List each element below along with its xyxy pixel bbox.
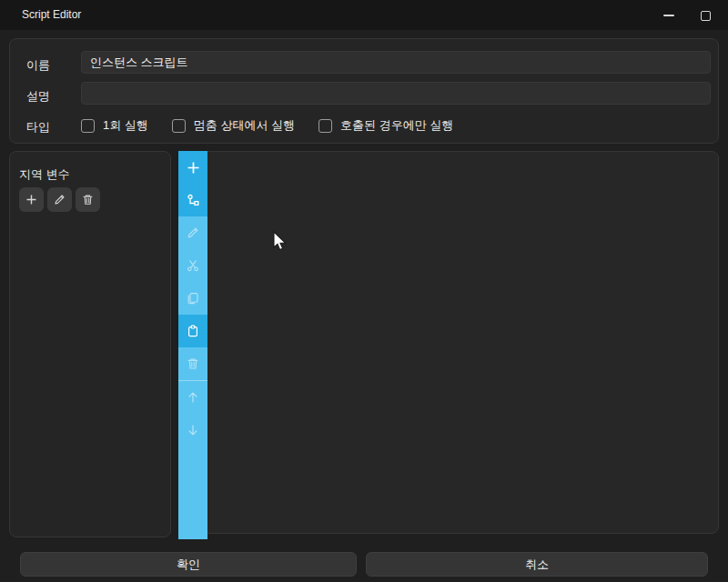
move-down-button[interactable] xyxy=(178,414,207,447)
checkbox-label: 1회 실행 xyxy=(103,117,148,134)
ok-button-label: 확인 xyxy=(177,557,200,573)
scissors-icon xyxy=(187,259,199,272)
pencil-icon xyxy=(187,226,199,239)
pencil-icon xyxy=(54,194,66,206)
edit-step-button[interactable] xyxy=(178,216,207,249)
type-label: 타입 xyxy=(26,119,50,135)
delete-step-button[interactable] xyxy=(178,347,207,380)
trash-icon xyxy=(82,194,94,206)
local-variables-title: 지역 변수 xyxy=(19,166,70,183)
minimize-button[interactable] xyxy=(653,4,684,27)
paste-icon xyxy=(187,325,199,337)
local-variables-panel: 지역 변수 xyxy=(9,151,171,537)
minimize-icon xyxy=(663,15,674,16)
checkbox-icon xyxy=(81,119,95,133)
checkbox-icon xyxy=(318,119,332,133)
move-up-button[interactable] xyxy=(178,381,207,414)
name-input[interactable] xyxy=(81,51,711,74)
ok-button[interactable]: 확인 xyxy=(20,552,357,577)
delete-variable-button[interactable] xyxy=(76,187,100,212)
script-canvas[interactable] xyxy=(178,151,719,534)
cancel-button[interactable]: 취소 xyxy=(366,552,708,577)
cut-button[interactable] xyxy=(178,249,207,282)
add-variable-button[interactable] xyxy=(19,187,44,212)
plus-icon xyxy=(25,194,37,206)
checkbox-label: 호출된 경우에만 실행 xyxy=(340,117,453,134)
copy-icon xyxy=(187,292,199,305)
script-toolbar xyxy=(178,151,207,539)
plus-icon xyxy=(187,161,200,175)
branch-icon xyxy=(187,194,200,207)
checkbox-run-once[interactable]: 1회 실행 xyxy=(81,117,148,134)
script-editor-window: { "window": { "title": "Script Editor" }… xyxy=(0,0,728,582)
checkbox-icon xyxy=(172,119,186,133)
add-step-button[interactable] xyxy=(178,151,207,184)
title-bar: Script Editor xyxy=(0,0,728,30)
edit-variable-button[interactable] xyxy=(47,187,72,212)
checkbox-label: 멈춤 상태에서 실행 xyxy=(194,117,295,134)
script-properties-panel: 이름 설명 타입 1회 실행 멈춤 상태에서 실행 호출된 경우에만 실행 xyxy=(9,38,719,144)
insert-node-button[interactable] xyxy=(178,184,207,216)
local-variables-toolbar xyxy=(19,187,100,212)
arrow-down-icon xyxy=(187,424,199,436)
checkbox-run-while-paused[interactable]: 멈춤 상태에서 실행 xyxy=(172,117,295,134)
window-title: Script Editor xyxy=(22,0,81,30)
cancel-button-label: 취소 xyxy=(525,557,549,573)
maximize-button[interactable] xyxy=(690,4,721,27)
type-checkbox-row: 1회 실행 멈춤 상태에서 실행 호출된 경우에만 실행 xyxy=(81,112,477,139)
copy-button[interactable] xyxy=(178,282,207,315)
description-input[interactable] xyxy=(81,82,711,105)
trash-icon xyxy=(187,357,199,370)
checkbox-run-only-when-called[interactable]: 호출된 경우에만 실행 xyxy=(318,117,453,134)
arrow-up-icon xyxy=(187,391,199,404)
maximize-icon xyxy=(701,11,711,21)
paste-button[interactable] xyxy=(178,315,207,347)
name-label: 이름 xyxy=(26,57,50,74)
description-label: 설명 xyxy=(26,88,50,105)
